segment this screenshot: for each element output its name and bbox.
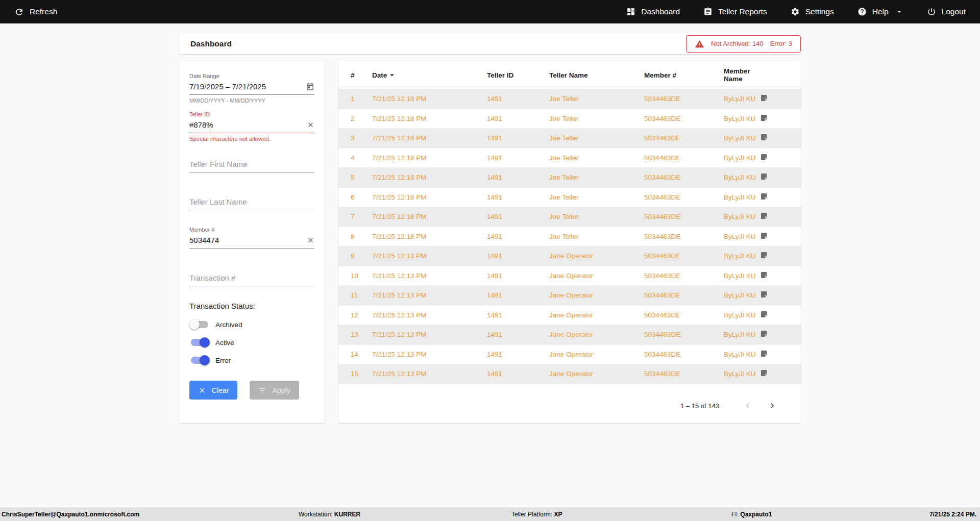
note-icon[interactable]: [760, 153, 768, 161]
col-teller-name: Teller Name: [545, 61, 640, 89]
table-row[interactable]: 3 7/21/25 12:18 PM 1491 Joe Teller 50344…: [338, 129, 801, 148]
note-icon[interactable]: [760, 94, 768, 102]
table-row[interactable]: 1 7/21/25 12:18 PM 1491 Joe Teller 50344…: [338, 89, 801, 109]
nav-teller-reports-label: Teller Reports: [718, 7, 767, 16]
cell-teller-id: 1491: [483, 129, 545, 148]
transaction-status-label: Transaction Status:: [189, 302, 314, 310]
cell-teller-name: Joe Teller: [545, 207, 640, 227]
note-icon[interactable]: [760, 350, 768, 358]
date-range-input[interactable]: [189, 81, 306, 92]
table-row[interactable]: 13 7/21/25 12:13 PM 1491 Jane Operator 5…: [338, 325, 801, 345]
cell-number: 9: [338, 246, 368, 266]
clear-button[interactable]: Clear: [189, 381, 237, 400]
table-row[interactable]: 12 7/21/25 12:13 PM 1491 Jane Operator 5…: [338, 305, 801, 325]
member-number-input[interactable]: [189, 235, 307, 245]
cell-number: 13: [338, 325, 368, 345]
cell-member-name: ByLyJI KUNy: [720, 286, 756, 306]
nav-settings[interactable]: Settings: [791, 7, 834, 16]
cell-teller-name: Joe Teller: [545, 109, 640, 129]
note-icon[interactable]: [760, 192, 768, 201]
note-icon[interactable]: [760, 271, 768, 279]
cell-date: 7/21/25 12:13 PM: [368, 266, 483, 286]
calendar-icon[interactable]: [306, 82, 314, 91]
table-row[interactable]: 5 7/21/25 12:18 PM 1491 Joe Teller 50344…: [338, 168, 801, 188]
teller-first-name-input[interactable]: [189, 159, 314, 169]
refresh-button[interactable]: Refresh: [14, 7, 57, 17]
clipboard-icon: [703, 7, 713, 16]
nav-logout[interactable]: Logout: [927, 7, 966, 16]
alert-error-count: Error: 3: [770, 40, 792, 47]
table-row[interactable]: 4 7/21/25 12:18 PM 1491 Joe Teller 50344…: [338, 148, 801, 168]
col-number: #: [338, 61, 368, 89]
table-row[interactable]: 8 7/21/25 12:18 PM 1491 Joe Teller 50344…: [338, 227, 801, 246]
table-row[interactable]: 7 7/21/25 12:18 PM 1491 Joe Teller 50344…: [338, 207, 801, 227]
error-toggle[interactable]: [191, 357, 208, 364]
note-icon[interactable]: [760, 330, 768, 338]
note-icon[interactable]: [760, 251, 768, 259]
table-row[interactable]: 14 7/21/25 12:13 PM 1491 Jane Operator 5…: [338, 344, 801, 364]
note-icon[interactable]: [760, 172, 768, 181]
clear-member-number-icon[interactable]: [307, 236, 314, 244]
table-row[interactable]: 15 7/21/25 12:13 PM 1491 Jane Operator 5…: [338, 364, 801, 384]
teller-platform-info: Teller Platform: XP: [511, 511, 562, 518]
workstation-info: Workstation: KURRER: [299, 511, 360, 518]
close-icon: [198, 386, 206, 394]
transactions-table: # Date Teller ID Teller Name Member #: [338, 61, 801, 384]
note-icon[interactable]: [760, 212, 768, 220]
note-icon[interactable]: [760, 114, 768, 122]
table-body: 1 7/21/25 12:18 PM 1491 Joe Teller 50344…: [338, 89, 801, 384]
active-toggle[interactable]: [191, 339, 208, 346]
archived-toggle[interactable]: [191, 321, 208, 328]
nav-teller-reports[interactable]: Teller Reports: [703, 7, 767, 16]
chevron-down-icon: [895, 8, 903, 16]
cell-member-number: 5034463DE: [640, 266, 720, 286]
current-datetime: 7/21/25 2:24 PM.: [929, 511, 976, 518]
apply-button[interactable]: Apply: [250, 381, 299, 400]
cell-number: 11: [338, 286, 368, 306]
cell-teller-name: Joe Teller: [545, 227, 640, 246]
note-icon[interactable]: [760, 133, 768, 141]
cell-number: 7: [338, 207, 368, 227]
cell-member-name: ByLyJI KUNy: [720, 148, 756, 168]
nav-settings-label: Settings: [805, 7, 834, 16]
transaction-number-input[interactable]: [189, 272, 314, 283]
cell-number: 1: [338, 89, 368, 109]
dashboard-icon: [626, 7, 635, 16]
top-navbar: Refresh Dashboard Teller Reports Setting…: [0, 0, 980, 23]
table-row[interactable]: 2 7/21/25 12:18 PM 1491 Joe Teller 50344…: [338, 109, 801, 129]
error-toggle-label: Error: [215, 357, 231, 364]
cell-date: 7/21/25 12:18 PM: [368, 148, 483, 168]
col-member-name: Member Name: [720, 61, 756, 89]
table-row[interactable]: 9 7/21/25 12:13 PM 1491 Jane Operator 50…: [338, 246, 801, 266]
main-content: Dashboard Not Archived: 140 Error: 3 Dat…: [179, 23, 801, 423]
table-row[interactable]: 10 7/21/25 12:13 PM 1491 Jane Operator 5…: [338, 266, 801, 286]
date-range-label: Date Range: [189, 73, 314, 79]
next-page-button[interactable]: [767, 401, 777, 411]
page-title: Dashboard: [190, 39, 232, 48]
nav-help[interactable]: Help: [857, 7, 903, 16]
col-member-number: Member #: [640, 61, 720, 89]
note-icon[interactable]: [760, 310, 768, 318]
note-icon[interactable]: [760, 369, 768, 377]
table-row[interactable]: 6 7/21/25 12:18 PM 1491 Joe Teller 50344…: [338, 187, 801, 207]
note-icon[interactable]: [760, 290, 768, 299]
clear-teller-id-icon[interactable]: [307, 121, 314, 129]
note-icon[interactable]: [760, 232, 768, 240]
cell-teller-name: Joe Teller: [545, 129, 640, 148]
cell-number: 6: [338, 187, 368, 207]
nav-dashboard[interactable]: Dashboard: [626, 7, 680, 16]
teller-last-name-input[interactable]: [189, 196, 314, 207]
prev-page-button[interactable]: [743, 401, 753, 411]
cell-member-number: 5034463DE: [640, 246, 720, 266]
cell-member-name: ByLyJI KUNy: [720, 129, 756, 148]
nav-help-label: Help: [872, 7, 889, 16]
sort-desc-icon: [387, 70, 397, 80]
col-date[interactable]: Date: [368, 61, 483, 89]
cell-teller-id: 1491: [483, 168, 545, 188]
cell-member-name: ByLyJI KUNy: [720, 364, 756, 384]
status-bar: ChrisSuperTeller@Qaxpauto1.onmicrosoft.c…: [0, 507, 980, 521]
table-row[interactable]: 11 7/21/25 12:13 PM 1491 Jane Operator 5…: [338, 286, 801, 306]
cell-member-name: ByLyJI KUNy: [720, 89, 756, 109]
cell-member-name: ByLyJI KUNy: [720, 266, 756, 286]
teller-id-input[interactable]: [189, 119, 307, 130]
